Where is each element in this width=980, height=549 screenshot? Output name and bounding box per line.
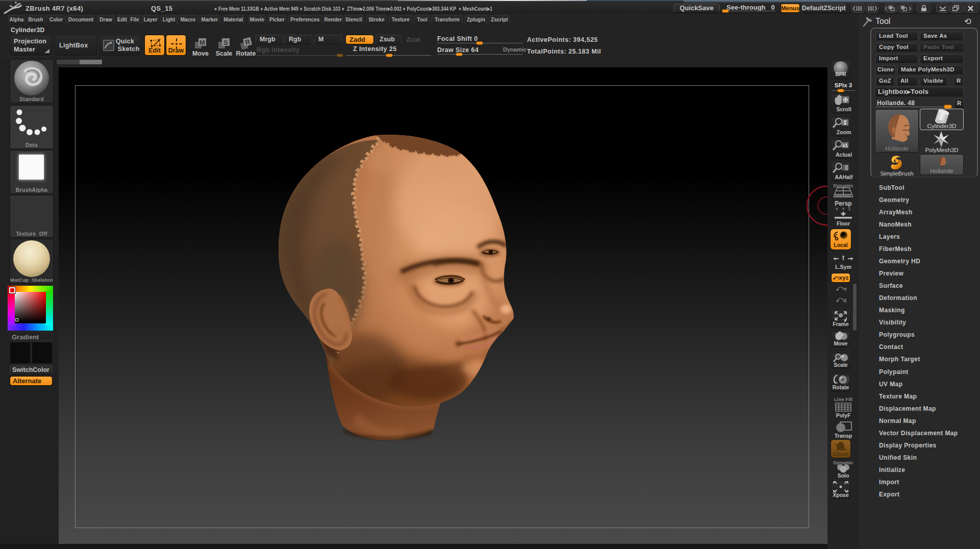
svg-text:x1: x1 — [842, 143, 847, 148]
svg-text:X: X — [836, 207, 838, 211]
svg-text:Z: Z — [848, 207, 851, 211]
svg-text:M: M — [199, 39, 205, 46]
svg-text:S: S — [223, 39, 228, 46]
svg-text:Y: Y — [842, 207, 845, 211]
svg-text:BPR: BPR — [835, 71, 846, 77]
